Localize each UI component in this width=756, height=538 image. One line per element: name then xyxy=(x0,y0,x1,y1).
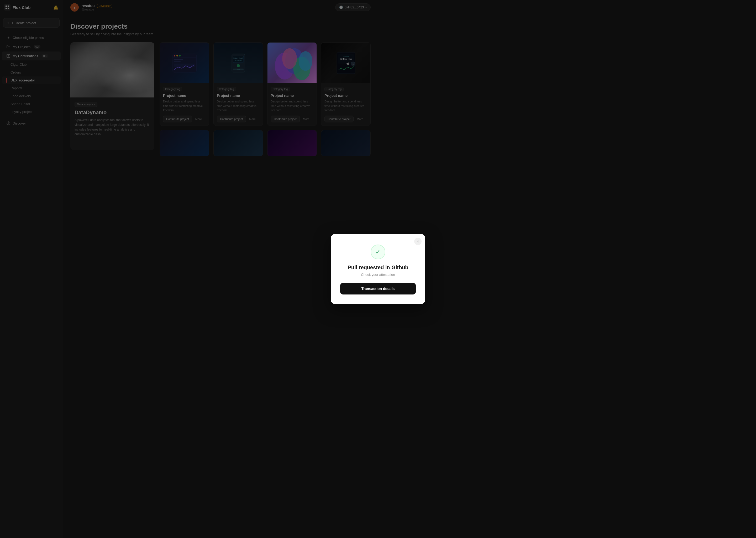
modal-title: Pull requested in Github xyxy=(340,265,378,271)
success-modal: × ✓ Pull requested in Github Check your … xyxy=(331,234,378,304)
modal-overlay: × ✓ Pull requested in Github Check your … xyxy=(0,0,378,538)
transaction-details-button[interactable]: Transaction details xyxy=(340,283,378,295)
checkmark-icon: ✓ xyxy=(375,248,378,256)
success-icon-wrapper: ✓ xyxy=(371,244,378,259)
modal-subtitle: Check your attestation xyxy=(340,273,378,277)
